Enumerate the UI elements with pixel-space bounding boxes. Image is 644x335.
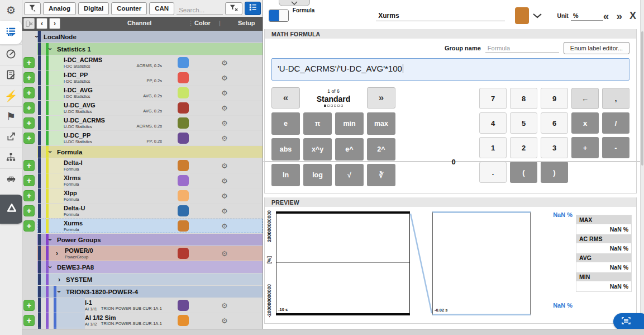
channel-row[interactable]: ›POWER/0PowerGroup⚙ [22,246,263,261]
channel-color-swatch[interactable] [178,102,189,114]
numpad-key[interactable]: / [602,112,629,134]
channel-row[interactable]: +XIppFormula⚙ [22,188,263,203]
keypad-prev-button[interactable]: « [271,87,300,108]
sidebar-item-power[interactable]: ⚡ [0,86,22,106]
function-key[interactable]: e [271,112,300,135]
filter-can-button[interactable]: CAN [149,2,174,15]
numpad-key[interactable]: x [571,112,599,134]
function-key[interactable]: ln [271,164,300,186]
channel-color-swatch[interactable] [178,205,189,216]
sidebar-item-settings[interactable]: ⚙ [0,0,22,21]
channel-row[interactable]: +AI 1/I2 SimAI 1/I2TRION-POWER-SUB-CUR-1… [22,313,263,328]
numpad-key[interactable]: + [571,137,599,158]
numpad-key[interactable]: 6 [541,112,568,134]
add-channel-button[interactable]: + [23,160,35,171]
keypad-next-button[interactable]: » [367,87,395,108]
channel-row[interactable]: +XurmsFormula⚙ [22,219,263,233]
filter-counter-button[interactable]: Counter [111,2,147,15]
group-header[interactable]: ›SYSTEM [22,273,263,285]
sidebar-item-dewetron-logo[interactable] [0,195,23,224]
function-key[interactable]: 2^ [367,138,395,161]
collapse-icon[interactable]: › [47,150,54,153]
function-key[interactable]: π [303,112,332,135]
channel-setup-gear-icon[interactable]: ⚙ [221,162,228,169]
channel-row[interactable]: +I-DC_AVGI-DC StatisticsAVG, 0.2s⚙ [22,86,263,100]
channel-color-swatch[interactable] [178,160,189,171]
search-input[interactable] [176,6,223,15]
column-setup[interactable]: Setup [238,20,255,26]
numpad-key[interactable]: ( [510,162,537,183]
channel-name-input[interactable] [376,11,505,21]
channel-setup-gear-icon[interactable]: ⚙ [221,89,228,97]
numpad-key[interactable]: 1 [479,137,507,158]
clear-selection-icon[interactable] [23,18,35,29]
channel-color-swatch[interactable] [178,175,189,186]
formula-toggle[interactable] [269,10,289,22]
clear-filter-button[interactable] [225,2,242,15]
group-header[interactable]: ›Power Groups [22,234,263,246]
channel-setup-gear-icon[interactable]: ⚙ [221,74,228,82]
horizontal-scrollbar[interactable] [22,329,644,335]
group-name-input[interactable] [485,44,559,53]
expand-icon[interactable]: › [58,276,60,283]
channel-color-swatch[interactable] [515,7,529,24]
nav-back-button[interactable]: ‹ [36,18,47,29]
channel-color-swatch[interactable] [178,72,189,83]
channel-row[interactable]: +I-DC_ACRMSI-DC StatisticsACRMS, 0.2s⚙ [22,55,263,70]
add-channel-button[interactable]: + [23,87,35,98]
numpad-key[interactable]: 2 [510,137,537,158]
channel-row[interactable]: +I-DC_PPI-DC StatisticsPP, 0.2s⚙ [22,70,263,85]
add-channel-button[interactable]: + [23,300,35,311]
channel-setup-gear-icon[interactable]: ⚙ [221,302,228,309]
add-channel-button[interactable]: + [23,315,35,326]
add-channel-button[interactable]: + [23,175,35,186]
filter-analog-button[interactable]: Analog [43,2,76,15]
function-key[interactable]: x^y [303,138,332,161]
add-channel-button[interactable]: + [23,220,35,232]
channel-color-swatch[interactable] [178,220,189,232]
channel-setup-gear-icon[interactable]: ⚙ [221,192,228,200]
channel-setup-gear-icon[interactable]: ⚙ [221,120,228,127]
sidebar-item-network[interactable] [0,148,22,168]
add-channel-button[interactable]: + [23,72,35,83]
channel-row[interactable]: +I-1AI 1/I1TRION-POWER-SUB-CUR-1A-1⚙ [22,298,263,313]
function-key[interactable]: √ [335,164,364,186]
unit-input[interactable] [571,11,603,21]
numpad-key[interactable]: 0 [263,161,644,162]
sidebar-item-vehicle[interactable] [0,168,22,189]
channel-setup-gear-icon[interactable]: ⚙ [221,317,228,324]
channel-color-swatch[interactable] [178,315,189,326]
formula-input[interactable]: 'U-DC_ACRMS'/'U-DC_AVG'*100 [271,58,629,81]
channel-color-swatch[interactable] [178,300,189,311]
vertical-scrollbar[interactable] [640,0,644,329]
channel-row[interactable]: +U-DC_AVGU-DC StatisticsAVG, 0.2s⚙ [22,101,263,115]
channel-setup-gear-icon[interactable]: ⚙ [221,59,228,67]
close-button[interactable]: X [629,11,636,21]
channel-color-swatch[interactable] [178,57,189,68]
group-header[interactable]: ›DEWE3-PA8 [22,261,263,273]
channel-color-swatch[interactable] [178,133,189,144]
filter-button[interactable] [24,2,41,15]
preview-overview-chart[interactable]: -10 s [276,211,410,315]
channel-row[interactable]: +Delta-IFormula⚙ [22,158,263,173]
add-channel-button[interactable]: + [23,57,35,68]
numpad-key[interactable]: 3 [541,137,568,158]
numpad-key[interactable]: ) [541,162,568,183]
function-key[interactable]: max [367,112,395,135]
group-header[interactable]: ›Formula [22,146,263,158]
channel-color-swatch[interactable] [178,248,189,259]
sidebar-item-export[interactable] [0,127,22,148]
numpad-key[interactable]: 9 [541,88,568,109]
channel-list-toggle-button[interactable] [613,313,644,330]
enum-label-editor-button[interactable]: Enum label editor... [564,42,629,54]
numpad-key[interactable]: 8 [510,88,537,109]
preview-zoom-chart[interactable]: -0.02 s [432,211,531,315]
numpad-key[interactable]: 5 [510,112,537,134]
channel-setup-gear-icon[interactable]: ⚙ [221,223,228,230]
collapse-icon[interactable]: › [56,290,63,292]
add-channel-button[interactable]: + [23,117,35,129]
function-key[interactable]: log [303,164,332,186]
group-header[interactable]: ›LocalNode [22,31,263,43]
numpad-key[interactable]: . [479,162,507,183]
add-channel-button[interactable]: + [23,205,35,216]
